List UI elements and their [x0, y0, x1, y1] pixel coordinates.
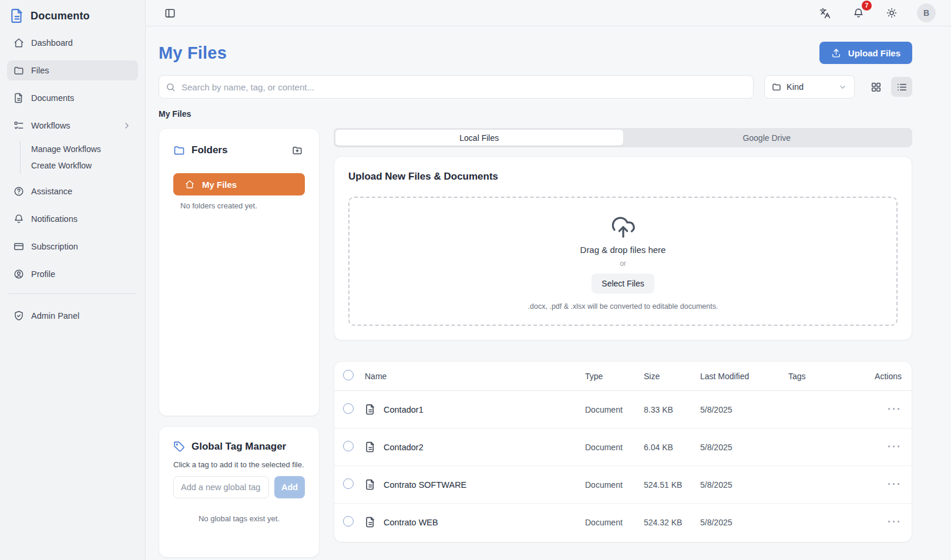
sun-icon	[886, 8, 897, 18]
file-modified: 5/8/2025	[695, 391, 784, 429]
upload-section: Upload New Files & Documents Drag & drop…	[334, 156, 912, 340]
sidebar-item-dashboard[interactable]: Dashboard	[7, 33, 138, 53]
table-row[interactable]: Contrato WEB Document 524.32 KB 5/8/2025	[334, 504, 912, 541]
file-size: 8.33 KB	[639, 391, 695, 429]
file-document-icon	[365, 404, 376, 415]
sidebar-item-create-workflow[interactable]: Create Workflow	[29, 157, 138, 174]
my-files-root-label: My Files	[202, 180, 237, 190]
folder-plus-icon	[292, 145, 303, 156]
global-tag-manager-panel: Global Tag Manager Click a tag to add it…	[159, 426, 320, 558]
language-button[interactable]	[817, 5, 833, 21]
tag-icon	[173, 441, 185, 453]
list-icon	[896, 82, 908, 93]
table-header-row: Name Type Size Last Modified Tags Action…	[334, 362, 912, 391]
column-header-size[interactable]: Size	[639, 362, 695, 391]
sidebar-item-documents[interactable]: Documents	[7, 88, 138, 108]
cloud-upload-icon	[610, 213, 637, 240]
dropzone-or-text: or	[361, 259, 885, 268]
file-modified: 5/8/2025	[695, 466, 784, 504]
sidebar-item-notifications[interactable]: Notifications	[7, 209, 138, 229]
file-type: Document	[580, 391, 639, 429]
my-files-root-button[interactable]: My Files	[173, 173, 305, 195]
table-row[interactable]: Contrato SOFTWARE Document 524.51 KB 5/8…	[334, 466, 912, 504]
file-name: Contrato SOFTWARE	[384, 480, 466, 490]
kind-filter-dropdown[interactable]: Kind	[764, 75, 855, 99]
row-actions-menu-button[interactable]	[888, 441, 902, 453]
upload-section-title: Upload New Files & Documents	[348, 171, 898, 183]
upload-icon	[831, 48, 841, 58]
row-checkbox[interactable]	[343, 441, 354, 451]
add-tag-button[interactable]: Add	[274, 476, 305, 498]
avatar[interactable]: B	[917, 4, 936, 22]
table-row[interactable]: Contador1 Document 8.33 KB 5/8/2025	[334, 391, 912, 429]
file-size: 524.51 KB	[639, 466, 695, 504]
bell-icon	[14, 214, 24, 224]
search-input[interactable]	[159, 75, 754, 99]
row-actions-menu-button[interactable]	[888, 478, 902, 491]
app-name: Documento	[31, 10, 90, 22]
search-icon	[166, 82, 176, 92]
app-logo[interactable]: Documento	[7, 6, 138, 33]
folder-icon	[14, 65, 24, 76]
select-files-button[interactable]: Select Files	[592, 274, 654, 294]
file-tags	[784, 391, 857, 429]
translate-icon	[819, 8, 831, 19]
topbar: 7 B	[146, 0, 951, 26]
row-actions-menu-button[interactable]	[888, 403, 902, 416]
sidebar-item-profile[interactable]: Profile	[7, 264, 138, 284]
notifications-button[interactable]: 7	[851, 5, 866, 21]
sidebar-item-admin-panel[interactable]: Admin Panel	[7, 306, 138, 326]
file-name: Contador2	[384, 443, 424, 452]
topbar-actions: 7 B	[817, 4, 936, 22]
folders-panel: Folders My Files No folders created yet.	[159, 128, 320, 416]
tag-manager-title: Global Tag Manager	[191, 441, 286, 453]
sidebar: Documento Dashboard Files Documents Work…	[0, 0, 146, 560]
select-all-checkbox[interactable]	[343, 370, 354, 380]
tab-local-files[interactable]: Local Files	[335, 130, 623, 146]
sidebar-nav: Dashboard Files Documents Workflows Mana…	[7, 33, 138, 326]
column-header-tags[interactable]: Tags	[784, 362, 857, 391]
file-type: Document	[580, 429, 639, 466]
add-folder-button[interactable]	[290, 143, 305, 158]
chevron-right-icon	[122, 121, 132, 130]
file-size: 524.32 KB	[639, 504, 695, 541]
sidebar-item-workflows[interactable]: Workflows	[7, 116, 138, 136]
theme-toggle-button[interactable]	[884, 5, 899, 21]
document-logo-icon	[9, 8, 25, 23]
column-header-type[interactable]: Type	[580, 362, 639, 391]
column-header-name[interactable]: Name	[360, 362, 580, 391]
folder-icon	[173, 144, 185, 156]
sidebar-toggle-button[interactable]	[162, 5, 178, 21]
dropzone[interactable]: Drag & drop files here or Select Files .…	[348, 197, 898, 326]
breadcrumb[interactable]: My Files	[159, 109, 912, 119]
row-actions-menu-button[interactable]	[888, 516, 902, 528]
sidebar-item-subscription[interactable]: Subscription	[7, 237, 138, 257]
list-view-button[interactable]	[891, 77, 912, 97]
app-window: Documento Dashboard Files Documents Work…	[0, 0, 951, 560]
home-icon	[14, 38, 24, 48]
main-area: 7 B My Files Upload Files	[146, 0, 951, 560]
file-document-icon	[365, 517, 376, 528]
user-circle-icon	[14, 269, 24, 279]
file-tags	[784, 466, 857, 504]
column-header-modified[interactable]: Last Modified	[695, 362, 784, 391]
tags-empty-text: No global tags exist yet.	[173, 514, 305, 523]
row-checkbox[interactable]	[343, 516, 354, 527]
sidebar-item-files[interactable]: Files	[7, 60, 138, 80]
new-tag-input[interactable]	[173, 476, 269, 498]
toolbar: Kind	[159, 75, 912, 99]
row-checkbox[interactable]	[343, 403, 354, 414]
table-row[interactable]: Contador2 Document 6.04 KB 5/8/2025	[334, 429, 912, 466]
tab-google-drive[interactable]: Google Drive	[623, 130, 911, 146]
chevron-down-icon	[838, 83, 847, 92]
file-tags	[784, 504, 857, 541]
row-checkbox[interactable]	[343, 478, 354, 489]
grid-view-button[interactable]	[865, 77, 886, 97]
sidebar-item-assistance[interactable]: Assistance	[7, 181, 138, 201]
upload-files-label: Upload Files	[848, 48, 900, 58]
sidebar-item-manage-workflows[interactable]: Manage Workflows	[29, 141, 138, 157]
page-title: My Files	[159, 43, 227, 63]
upload-files-button[interactable]: Upload Files	[819, 42, 912, 64]
sidebar-item-label: Files	[31, 66, 49, 75]
sidebar-item-label: Notifications	[31, 214, 78, 224]
